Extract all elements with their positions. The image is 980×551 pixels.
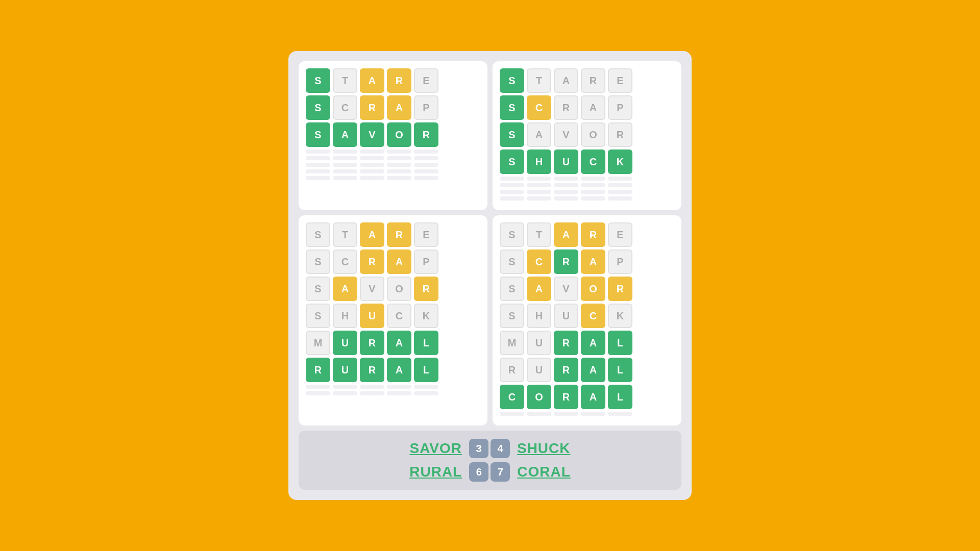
tile: R: [360, 249, 384, 274]
word-rural[interactable]: RURAL: [409, 464, 462, 480]
tile: S: [500, 222, 524, 247]
word-coral[interactable]: CORAL: [517, 464, 571, 480]
tile: R: [554, 331, 578, 355]
tile: V: [554, 122, 578, 147]
panel-bottom-left: S T A R E S C R A P S A V O R: [299, 215, 487, 425]
tile: A: [360, 68, 384, 93]
tile: A: [581, 249, 605, 274]
word-row: S C R A P: [500, 95, 674, 120]
tile: A: [387, 331, 411, 355]
tile: A: [387, 249, 411, 274]
empty-row: [306, 169, 480, 173]
tile: S: [306, 304, 330, 328]
tile: U: [333, 358, 357, 382]
tile: R: [360, 358, 384, 382]
tile: L: [414, 358, 438, 382]
word-savor[interactable]: SAVOR: [409, 440, 462, 457]
tile: A: [360, 222, 384, 247]
count-badge-2: 6 7: [469, 462, 510, 482]
tile: U: [554, 304, 578, 328]
tile: L: [414, 331, 438, 355]
empty-row: [500, 196, 674, 201]
tile: S: [500, 304, 524, 328]
tile: V: [554, 277, 578, 301]
tile: K: [608, 304, 632, 328]
tile: A: [387, 95, 411, 120]
tile: C: [500, 385, 524, 409]
tile: R: [360, 331, 384, 355]
tile: C: [527, 249, 551, 274]
tile: L: [608, 358, 632, 382]
empty-row: [306, 156, 480, 160]
tile: C: [387, 304, 411, 328]
word-row: M U R A L: [306, 331, 480, 355]
tile: S: [500, 122, 524, 147]
word-row: S H U C K: [500, 304, 674, 328]
word-row: S H U C K: [500, 149, 674, 174]
badge-7: 7: [491, 462, 510, 482]
tile: H: [527, 149, 551, 174]
tile: U: [360, 304, 384, 328]
tile: S: [306, 222, 330, 247]
tile: P: [608, 249, 632, 274]
word-row: S T A R E: [306, 222, 480, 247]
tile: P: [608, 95, 632, 120]
badge-3: 3: [469, 439, 488, 458]
tile: U: [527, 358, 551, 382]
tile: R: [608, 122, 632, 147]
empty-row: [306, 163, 480, 167]
tile: A: [333, 277, 357, 301]
word-row: S C R A P: [306, 95, 480, 120]
tile: A: [581, 331, 605, 355]
tile: O: [581, 122, 605, 147]
tile: S: [500, 277, 524, 301]
badge-4: 4: [491, 439, 510, 458]
tile: A: [387, 358, 411, 382]
tile: U: [333, 331, 357, 355]
tile: H: [527, 304, 551, 328]
tile: U: [554, 149, 578, 174]
tile: O: [581, 277, 605, 301]
tile: S: [306, 122, 330, 147]
word-row: S T A R E: [500, 222, 674, 247]
tile: C: [333, 249, 357, 274]
tile: S: [500, 95, 524, 120]
word-row: R U R A L: [306, 358, 480, 382]
word-shuck[interactable]: SHUCK: [517, 440, 571, 457]
tile: S: [500, 68, 524, 93]
word-row: M U R A L: [500, 331, 674, 355]
tile: S: [500, 149, 524, 174]
tile: R: [581, 222, 605, 247]
empty-row: [500, 183, 674, 187]
tile: A: [527, 122, 551, 147]
tile: A: [554, 68, 578, 93]
tile: R: [554, 358, 578, 382]
tile: E: [608, 68, 632, 93]
empty-row: [306, 149, 480, 154]
tile: P: [414, 249, 438, 274]
tile: A: [581, 95, 605, 120]
tile: C: [333, 95, 357, 120]
tile: A: [581, 385, 605, 409]
tile: R: [360, 95, 384, 120]
tile: M: [500, 331, 524, 355]
word-row: S A V O R: [306, 277, 480, 301]
empty-row: [306, 385, 480, 389]
panel-top-left: S T A R E S C R A P S A V O R: [299, 61, 487, 210]
word-row: S C R A P: [500, 249, 674, 274]
word-row: C O R A L: [500, 385, 674, 409]
footer-area: SAVOR 3 4 SHUCK RURAL 6 7 CORAL: [299, 431, 681, 490]
tile: U: [527, 331, 551, 355]
tile: E: [414, 68, 438, 93]
tile: R: [554, 385, 578, 409]
tile: T: [333, 68, 357, 93]
footer-row-2: RURAL 6 7 CORAL: [409, 462, 571, 482]
badge-6: 6: [469, 462, 488, 482]
word-row: S A V O R: [306, 122, 480, 147]
word-row: S C R A P: [306, 249, 480, 274]
tile: O: [387, 277, 411, 301]
panel-top-right: S T A R E S C R A P S A V O R: [493, 61, 681, 210]
grids-area: S T A R E S C R A P S A V O R: [299, 61, 681, 425]
tile: C: [581, 149, 605, 174]
tile: T: [527, 222, 551, 247]
